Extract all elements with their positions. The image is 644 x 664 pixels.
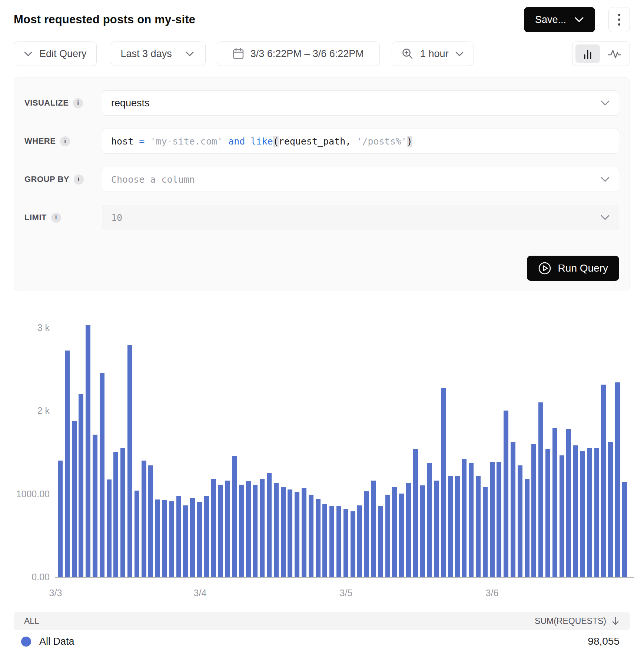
- visualize-select[interactable]: requests: [102, 90, 619, 116]
- where-input[interactable]: host = 'my-site.com' and like(request_pa…: [102, 129, 619, 154]
- chart-bar[interactable]: [100, 373, 104, 577]
- chart-bar[interactable]: [93, 435, 97, 577]
- chart-bar[interactable]: [573, 445, 578, 577]
- chart-bar[interactable]: [566, 429, 571, 577]
- chart-bar[interactable]: [135, 491, 139, 577]
- date-range-picker[interactable]: 3/3 6:22PM – 3/6 6:22PM: [217, 42, 380, 66]
- chart-bar[interactable]: [113, 452, 118, 577]
- chart-bar[interactable]: [225, 481, 230, 577]
- chart-bar[interactable]: [538, 402, 543, 577]
- chart-bar[interactable]: [469, 463, 474, 577]
- chart-bar[interactable]: [120, 448, 125, 577]
- chart-bar[interactable]: [622, 482, 627, 577]
- chart-bar[interactable]: [204, 496, 209, 577]
- chart-bar[interactable]: [357, 505, 362, 577]
- chart-bar[interactable]: [239, 485, 244, 577]
- chart-bar[interactable]: [490, 462, 495, 577]
- chart-bar[interactable]: [218, 485, 223, 577]
- info-icon[interactable]: i: [60, 136, 70, 146]
- granularity-select[interactable]: 1 hour: [392, 42, 474, 66]
- chart-bar[interactable]: [552, 428, 557, 577]
- chart-bar[interactable]: [483, 487, 488, 577]
- chart-bar[interactable]: [476, 476, 481, 577]
- chart-bar[interactable]: [343, 509, 348, 577]
- info-icon[interactable]: i: [73, 98, 83, 108]
- chart-bar[interactable]: [162, 500, 167, 577]
- chart-bar[interactable]: [302, 488, 306, 577]
- chart-bar[interactable]: [497, 462, 501, 577]
- chart-bar[interactable]: [560, 455, 564, 577]
- info-icon[interactable]: i: [51, 213, 61, 223]
- limit-select[interactable]: 10: [102, 205, 619, 230]
- chart-bar[interactable]: [462, 459, 467, 577]
- chart-bar[interactable]: [86, 325, 90, 577]
- chart-bar[interactable]: [288, 489, 292, 577]
- chart-bar[interactable]: [420, 485, 425, 577]
- group-by-select[interactable]: Choose a column: [102, 167, 619, 192]
- chart-bar[interactable]: [525, 479, 530, 577]
- chart-bar[interactable]: [127, 345, 132, 577]
- chart-bar[interactable]: [601, 385, 606, 577]
- chart-bar[interactable]: [608, 442, 613, 577]
- time-range-select[interactable]: Last 3 days: [111, 42, 206, 66]
- chart-bar[interactable]: [518, 465, 522, 577]
- chart-bar[interactable]: [295, 492, 299, 577]
- series-row[interactable]: All Data 98,055: [14, 630, 630, 653]
- run-query-button[interactable]: Run Query: [527, 256, 619, 281]
- chart-bar[interactable]: [267, 473, 272, 577]
- chart-bar[interactable]: [594, 448, 599, 577]
- chart-bar[interactable]: [316, 499, 321, 577]
- chart-bar[interactable]: [615, 382, 620, 577]
- chart-bar[interactable]: [371, 481, 376, 577]
- chart-bar[interactable]: [351, 511, 355, 577]
- chart-bar[interactable]: [378, 506, 383, 577]
- sum-column-header[interactable]: SUM(REQUESTS): [535, 616, 620, 626]
- chart-bar[interactable]: [406, 483, 411, 577]
- chart-bar[interactable]: [336, 506, 341, 577]
- chart-bar[interactable]: [322, 504, 327, 577]
- chart-bar[interactable]: [441, 388, 446, 577]
- chart-bar[interactable]: [531, 444, 536, 577]
- chart-bar[interactable]: [72, 421, 77, 577]
- chart-bar[interactable]: [427, 463, 432, 577]
- chart-bar[interactable]: [190, 498, 195, 577]
- chart-bar[interactable]: [455, 476, 460, 577]
- chart-bar[interactable]: [392, 487, 397, 577]
- chart-bar[interactable]: [142, 461, 146, 577]
- chart-bar[interactable]: [511, 442, 515, 577]
- chart-bar[interactable]: [232, 456, 237, 577]
- more-options-button[interactable]: [608, 7, 630, 32]
- chart-bar[interactable]: [329, 506, 334, 577]
- chart-bar[interactable]: [148, 465, 153, 577]
- chart-bar[interactable]: [413, 449, 418, 577]
- chart-bar[interactable]: [58, 461, 63, 577]
- chart-bar[interactable]: [281, 487, 286, 577]
- bar-chart-toggle[interactable]: [575, 44, 600, 63]
- chart-bar[interactable]: [260, 479, 265, 577]
- chart-bar[interactable]: [385, 495, 390, 577]
- chart-bar[interactable]: [107, 479, 112, 577]
- chart-bar[interactable]: [580, 451, 585, 577]
- chart-bar[interactable]: [504, 411, 508, 577]
- chart-bar[interactable]: [246, 481, 251, 577]
- chart-bar[interactable]: [274, 483, 279, 577]
- chart-bar[interactable]: [309, 495, 313, 577]
- chart-bar[interactable]: [448, 476, 453, 577]
- edit-query-button[interactable]: Edit Query: [14, 42, 97, 66]
- chart-bar[interactable]: [197, 502, 202, 577]
- chart-bar[interactable]: [211, 479, 216, 577]
- chart-bar[interactable]: [183, 505, 188, 577]
- chart-bar[interactable]: [79, 394, 83, 577]
- info-icon[interactable]: i: [74, 175, 84, 185]
- chart-bar[interactable]: [399, 494, 404, 577]
- chart-bar[interactable]: [176, 496, 181, 577]
- line-chart-toggle[interactable]: [602, 44, 627, 63]
- chart-bar[interactable]: [587, 448, 592, 577]
- chart-bar[interactable]: [434, 481, 439, 577]
- chart-bar[interactable]: [169, 501, 174, 577]
- chart-bar[interactable]: [545, 449, 550, 577]
- save-button[interactable]: Save...: [524, 7, 595, 32]
- chart-bar[interactable]: [364, 491, 369, 577]
- chart-bar[interactable]: [253, 485, 258, 577]
- chart-bar[interactable]: [65, 351, 70, 577]
